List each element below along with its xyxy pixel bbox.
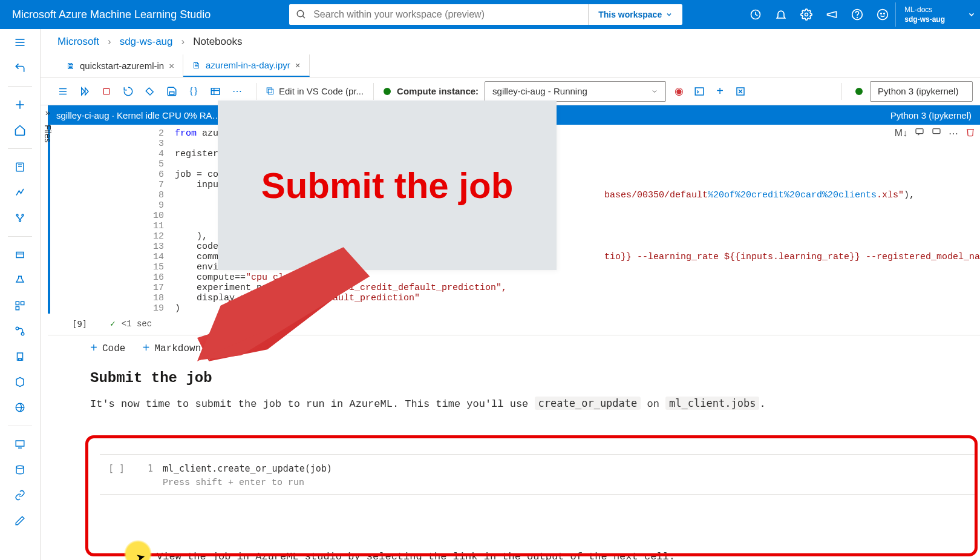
stop-compute-icon[interactable]: ◉ xyxy=(670,82,688,100)
add-markdown-button[interactable]: +Markdown xyxy=(142,341,201,355)
svg-rect-26 xyxy=(16,307,19,310)
svg-point-18 xyxy=(22,214,24,216)
svg-point-5 xyxy=(857,18,858,18)
svg-point-27 xyxy=(16,327,19,330)
svg-point-6 xyxy=(878,10,888,20)
close-icon[interactable]: × xyxy=(169,61,174,71)
compute-label: Compute instance: xyxy=(397,86,479,96)
home-icon[interactable] xyxy=(13,123,27,137)
variable-icon[interactable]: {} xyxy=(185,82,203,100)
code-line[interactable]: 17 experiment_name=="train_model_credit_… xyxy=(48,283,980,293)
global-search[interactable]: This workspace xyxy=(289,4,682,25)
add-compute-icon[interactable]: + xyxy=(711,82,729,100)
svg-point-17 xyxy=(16,214,18,216)
svg-rect-32 xyxy=(16,441,24,446)
gear-icon[interactable] xyxy=(794,0,819,29)
undo-icon[interactable] xyxy=(13,61,27,75)
chevron-right-icon: › xyxy=(181,36,185,48)
svg-point-7 xyxy=(881,13,882,15)
account-tenant: ML-docs xyxy=(904,5,945,15)
data-icon[interactable] xyxy=(13,248,27,262)
svg-rect-25 xyxy=(21,301,24,305)
cell-execution-status: [9] ✓ <1 sec xyxy=(48,314,980,335)
kernel-status-icon xyxy=(855,88,863,95)
breadcrumb-root[interactable]: Microsoft xyxy=(57,36,99,48)
components-icon[interactable] xyxy=(13,298,27,313)
designer-icon[interactable] xyxy=(13,211,27,225)
compute-value: sgilley-ci-aug - Running xyxy=(492,86,587,96)
breadcrumb-page: Notebooks xyxy=(193,36,242,48)
app-title: Microsoft Azure Machine Learning Studio xyxy=(12,8,211,21)
plus-icon[interactable] xyxy=(13,97,27,112)
svg-rect-40 xyxy=(103,88,109,94)
linked-services-icon[interactable] xyxy=(13,488,27,502)
code-line[interactable]: 19) xyxy=(48,303,980,314)
bell-icon[interactable] xyxy=(768,0,794,29)
svg-rect-30 xyxy=(19,358,22,360)
add-code-button[interactable]: +Code xyxy=(90,341,125,355)
chevron-down-icon[interactable] xyxy=(963,0,980,29)
annotation-arrow xyxy=(197,242,373,365)
models-icon[interactable] xyxy=(13,375,27,389)
kernel-status-text: sgilley-ci-aug · Kernel idle CPU 0% RA… xyxy=(56,110,221,120)
compute-icon[interactable] xyxy=(13,437,27,452)
vscode-label: Edit in VS Code (pr... xyxy=(279,86,364,96)
environments-icon[interactable] xyxy=(13,349,27,364)
breadcrumb-workspace[interactable]: sdg-ws-aug xyxy=(120,36,173,48)
run-all-icon[interactable] xyxy=(76,82,94,100)
terminal-icon[interactable] xyxy=(690,82,708,100)
jobs-icon[interactable] xyxy=(13,273,27,288)
smiley-icon[interactable] xyxy=(870,0,895,29)
search-icon xyxy=(289,9,313,20)
menu-icon[interactable] xyxy=(54,82,72,100)
submit-heading: Submit the job xyxy=(90,370,980,386)
clear-icon[interactable] xyxy=(141,82,159,100)
search-input[interactable] xyxy=(313,9,588,20)
breadcrumb: Microsoft › sdg-ws-aug › Notebooks xyxy=(41,29,980,54)
save-icon[interactable] xyxy=(163,82,181,100)
close-icon[interactable]: × xyxy=(295,60,301,70)
status-running-icon xyxy=(384,88,391,95)
compute-select[interactable]: sgilley-ci-aug - Running xyxy=(485,81,666,102)
automl-icon[interactable] xyxy=(13,185,27,200)
svg-point-19 xyxy=(19,220,21,222)
hamburger-icon[interactable] xyxy=(13,35,27,50)
chevron-collapse-icon[interactable]: » xyxy=(45,108,50,117)
datastores-icon[interactable] xyxy=(13,463,27,477)
kernel-select[interactable]: Python 3 (ipykernel) xyxy=(870,81,973,102)
submit-paragraph: It's now time to submit the job to run i… xyxy=(90,397,980,410)
kernel-value: Python 3 (ipykernel) xyxy=(878,86,958,96)
account-block[interactable]: ML-docs sdg-ws-aug xyxy=(895,2,963,27)
code-line[interactable]: 18 display_name=="credit_default_predict… xyxy=(48,293,980,303)
table-icon[interactable] xyxy=(206,82,224,100)
restart-icon[interactable] xyxy=(119,82,137,100)
tab-azureml-day[interactable]: 🗎 azureml-in-a-day.ipyr × xyxy=(183,54,310,77)
tab-quickstart[interactable]: 🗎 quickstart-azureml-in × xyxy=(57,54,183,77)
edit-icon[interactable] xyxy=(13,513,27,528)
stop-icon[interactable] xyxy=(97,82,116,100)
file-tabs: 🗎 quickstart-azureml-in × 🗎 azureml-in-a… xyxy=(41,54,980,77)
endpoints-icon[interactable] xyxy=(13,400,27,415)
notebook-icon[interactable] xyxy=(13,160,27,174)
more-icon[interactable]: ⋯ xyxy=(228,82,246,100)
left-nav-rail xyxy=(0,29,41,560)
svg-rect-42 xyxy=(211,88,220,94)
pipelines-icon[interactable] xyxy=(13,324,27,338)
help-icon[interactable] xyxy=(844,0,870,29)
code-line[interactable]: 16 compute=="cpu cluster", xyxy=(48,272,980,283)
plus-icon: + xyxy=(142,341,149,355)
callout-text: Submit the job xyxy=(261,165,514,206)
search-scope-dropdown[interactable]: This workspace xyxy=(588,4,682,25)
megaphone-icon[interactable] xyxy=(819,0,844,29)
clock-icon[interactable] xyxy=(743,0,768,29)
top-title-bar: Microsoft Azure Machine Learning Studio … xyxy=(0,0,980,29)
account-workspace: sdg-ws-aug xyxy=(904,15,945,24)
files-sidebar-tab[interactable]: Files xyxy=(41,121,55,147)
svg-point-3 xyxy=(805,13,808,16)
tab-label: quickstart-azureml-in xyxy=(80,61,164,71)
svg-point-28 xyxy=(21,332,24,335)
edit-in-vscode-button[interactable]: ⧉ Edit in VS Code (pr... xyxy=(266,85,364,97)
vscode-icon: ⧉ xyxy=(266,85,274,97)
svg-marker-39 xyxy=(85,88,88,95)
refresh-compute-icon[interactable] xyxy=(731,82,750,100)
